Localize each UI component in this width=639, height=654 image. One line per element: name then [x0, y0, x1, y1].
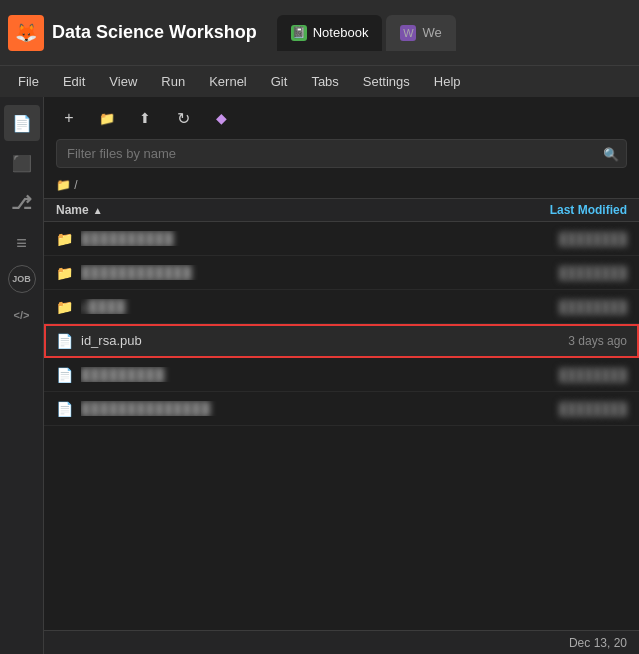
- app-title: Data Science Workshop: [52, 22, 257, 43]
- app-logo: 🦊: [8, 15, 44, 51]
- menu-file[interactable]: File: [8, 71, 49, 92]
- table-row[interactable]: 📄 id_rsa.pub 3 days ago: [44, 324, 639, 358]
- menu-run[interactable]: Run: [151, 71, 195, 92]
- sidebar-icon-code[interactable]: </>: [4, 297, 40, 333]
- file-list: 📁 ██████████ ████████ 📁 ████████████ ███…: [44, 222, 639, 630]
- menu-help[interactable]: Help: [424, 71, 471, 92]
- sort-arrow-icon: ▲: [93, 205, 103, 216]
- file-name: p████: [81, 299, 487, 314]
- file-icon: 📄: [56, 401, 73, 417]
- file-panel: + 📁 ⬆ ↻ ◆ 🔍 📁 / Name ▲ Last Modified 📁: [44, 97, 639, 654]
- table-row[interactable]: 📁 p████ ████████: [44, 290, 639, 324]
- search-icon: 🔍: [603, 146, 619, 161]
- column-name-header[interactable]: Name ▲: [56, 203, 487, 217]
- file-modified: ████████: [487, 266, 627, 280]
- menu-edit[interactable]: Edit: [53, 71, 95, 92]
- file-modified: ████████: [487, 368, 627, 382]
- file-name: ██████████: [81, 231, 487, 246]
- file-toolbar: + 📁 ⬆ ↻ ◆: [44, 97, 639, 139]
- menu-settings[interactable]: Settings: [353, 71, 420, 92]
- sidebar-icon-job[interactable]: JOB: [8, 265, 36, 293]
- web-tab-label: We: [422, 25, 441, 40]
- sidebar-icon-files[interactable]: 📄: [4, 105, 40, 141]
- menu-git[interactable]: Git: [261, 71, 298, 92]
- tab-notebook[interactable]: 📓 Notebook: [277, 15, 383, 51]
- menu-tabs[interactable]: Tabs: [301, 71, 348, 92]
- bottom-date: Dec 13, 20: [569, 636, 627, 650]
- file-modified: 3 days ago: [487, 334, 627, 348]
- file-modified: ████████: [487, 402, 627, 416]
- folder-icon: 📁: [56, 265, 73, 281]
- menu-bar: File Edit View Run Kernel Git Tabs Setti…: [0, 65, 639, 97]
- new-folder-button[interactable]: 📁: [94, 105, 120, 131]
- table-row[interactable]: 📁 ██████████ ████████: [44, 222, 639, 256]
- tab-web[interactable]: W We: [386, 15, 455, 51]
- menu-kernel[interactable]: Kernel: [199, 71, 257, 92]
- breadcrumb: 📁 /: [44, 176, 639, 198]
- git-button[interactable]: ◆: [208, 105, 234, 131]
- bottom-bar: Dec 13, 20: [44, 630, 639, 654]
- sidebar-icons: 📄 ⬛ ⎇ ≡ JOB </>: [0, 97, 44, 654]
- table-row[interactable]: 📁 ████████████ ████████: [44, 256, 639, 290]
- file-icon: 📄: [56, 333, 73, 349]
- file-icon: 📄: [56, 367, 73, 383]
- web-tab-icon: W: [400, 25, 416, 41]
- sidebar-icon-git[interactable]: ⎇: [4, 185, 40, 221]
- menu-view[interactable]: View: [99, 71, 147, 92]
- notebook-tab-label: Notebook: [313, 25, 369, 40]
- notebook-tab-icon: 📓: [291, 25, 307, 41]
- search-bar: 🔍: [56, 139, 627, 168]
- sidebar-icon-stop[interactable]: ⬛: [4, 145, 40, 181]
- file-name: id_rsa.pub: [81, 333, 487, 348]
- tab-bar: 📓 Notebook W We: [277, 15, 456, 51]
- file-name: █████████: [81, 367, 487, 382]
- folder-icon: 📁: [56, 299, 73, 315]
- folder-icon: 📁: [56, 231, 73, 247]
- file-name: ████████████: [81, 265, 487, 280]
- file-modified: ████████: [487, 300, 627, 314]
- column-modified-header: Last Modified: [487, 203, 627, 217]
- title-bar: 🦊 Data Science Workshop 📓 Notebook W We: [0, 0, 639, 65]
- table-row[interactable]: 📄 ██████████████ ████████: [44, 392, 639, 426]
- sidebar-icon-list[interactable]: ≡: [4, 225, 40, 261]
- upload-button[interactable]: ⬆: [132, 105, 158, 131]
- refresh-button[interactable]: ↻: [170, 105, 196, 131]
- main-layout: 📄 ⬛ ⎇ ≡ JOB </> + 📁 ⬆ ↻ ◆ 🔍 📁 / Name ▲: [0, 97, 639, 654]
- file-list-header: Name ▲ Last Modified: [44, 198, 639, 222]
- new-file-button[interactable]: +: [56, 105, 82, 131]
- table-row[interactable]: 📄 █████████ ████████: [44, 358, 639, 392]
- search-input[interactable]: [56, 139, 627, 168]
- file-name: ██████████████: [81, 401, 487, 416]
- file-modified: ████████: [487, 232, 627, 246]
